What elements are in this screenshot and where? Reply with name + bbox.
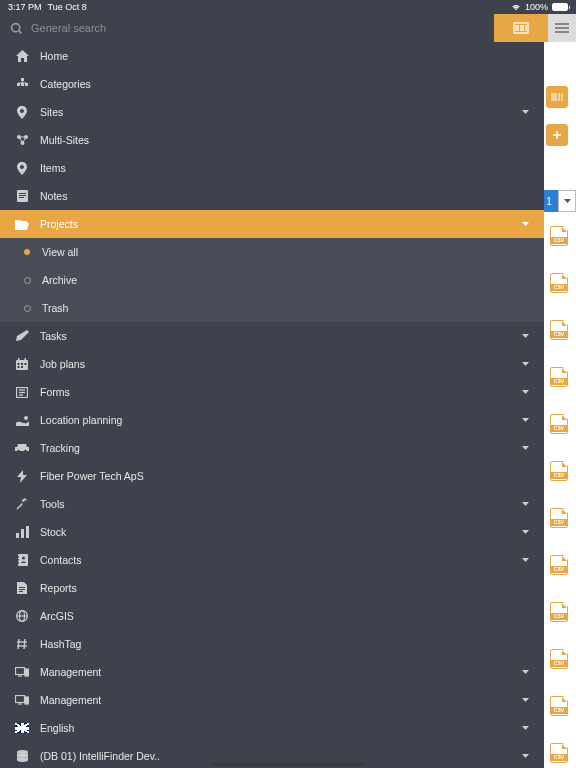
svg-rect-38 — [21, 363, 23, 365]
nav-projects-viewall[interactable]: View all — [0, 238, 544, 266]
expand-icon — [522, 724, 530, 732]
svg-rect-52 — [18, 554, 28, 566]
nav-arcgis[interactable]: ArcGIS — [0, 602, 544, 630]
top-bar — [0, 14, 576, 42]
svg-rect-53 — [17, 556, 19, 558]
nav-sites[interactable]: Sites — [0, 98, 544, 126]
svg-rect-35 — [18, 358, 20, 361]
nav-tools[interactable]: Tools — [0, 490, 544, 518]
nav-stock[interactable]: Stock — [0, 518, 544, 546]
csv-file-icon[interactable]: CSV — [550, 555, 568, 575]
nav-reports[interactable]: Reports — [0, 574, 544, 602]
svg-point-73 — [17, 750, 28, 754]
nav-categories[interactable]: Categories — [0, 70, 544, 98]
csv-file-icon[interactable]: CSV — [550, 320, 568, 340]
nav-projects[interactable]: Projects — [0, 210, 544, 238]
nav-management-2[interactable]: Management — [0, 686, 544, 714]
nav-forms[interactable]: Forms — [0, 378, 544, 406]
svg-rect-39 — [25, 363, 27, 365]
search-icon[interactable] — [10, 22, 23, 35]
svg-line-1 — [19, 30, 21, 32]
expand-icon — [522, 416, 530, 424]
svg-rect-51 — [26, 526, 29, 538]
home-indicator[interactable] — [213, 763, 363, 766]
nav-home[interactable]: Home — [0, 42, 544, 70]
bolt-icon — [14, 469, 30, 483]
csv-file-icon[interactable]: CSV — [550, 649, 568, 669]
svg-point-47 — [17, 450, 20, 453]
expand-icon — [522, 388, 530, 396]
nav-hashtag[interactable]: HashTag — [0, 630, 544, 658]
nav-company[interactable]: Fiber Power Tech ApS — [0, 462, 544, 490]
ios-status-bar: 3:17 PM Tue Oct 8 100% — [0, 0, 576, 14]
svg-rect-31 — [19, 193, 26, 194]
nav-jobplans[interactable]: Job plans — [0, 350, 544, 378]
nav-label: Management — [40, 666, 522, 678]
nav-tracking[interactable]: Tracking — [0, 434, 544, 462]
folder-open-icon — [14, 217, 30, 231]
categories-icon — [14, 77, 30, 91]
page-dropdown[interactable] — [558, 190, 576, 212]
expand-icon — [522, 444, 530, 452]
nav-items[interactable]: Items — [0, 154, 544, 182]
plus-icon — [552, 130, 562, 140]
nav-contacts[interactable]: Contacts — [0, 546, 544, 574]
scan-action-button[interactable] — [546, 86, 568, 108]
add-button[interactable] — [546, 124, 568, 146]
nav-label: Management — [40, 694, 522, 706]
nav-label: Contacts — [40, 554, 522, 566]
nav-label: Stock — [40, 526, 522, 538]
expand-icon — [522, 752, 530, 760]
search-input[interactable] — [31, 22, 484, 34]
expand-icon — [522, 108, 530, 116]
svg-rect-55 — [17, 562, 19, 564]
ring-icon — [22, 275, 32, 285]
svg-point-46 — [24, 416, 28, 420]
svg-rect-49 — [16, 533, 19, 538]
stock-icon — [14, 525, 30, 539]
menu-toggle-button[interactable] — [548, 14, 576, 42]
csv-file-icon[interactable]: CSV — [550, 226, 568, 246]
status-date: Tue Oct 8 — [48, 2, 87, 12]
devices-icon — [14, 665, 30, 679]
csv-file-icon[interactable]: CSV — [550, 414, 568, 434]
nav-tasks[interactable]: Tasks — [0, 322, 544, 350]
nav-language[interactable]: English — [0, 714, 544, 742]
nav-multisites[interactable]: Multi-Sites — [0, 126, 544, 154]
sub-label: Archive — [42, 274, 77, 286]
car-icon — [14, 441, 30, 455]
pagination[interactable]: 1 — [540, 190, 576, 212]
csv-file-icon[interactable]: CSV — [550, 367, 568, 387]
csv-file-icon[interactable]: CSV — [550, 461, 568, 481]
csv-file-icon[interactable]: CSV — [550, 743, 568, 763]
active-dot-icon — [22, 247, 32, 257]
sub-label: Trash — [42, 302, 68, 314]
expand-icon — [522, 500, 530, 508]
csv-file-icon[interactable]: CSV — [550, 508, 568, 528]
nav-management-1[interactable]: Management — [0, 658, 544, 686]
csv-file-icon[interactable]: CSV — [550, 273, 568, 293]
forms-icon — [14, 385, 30, 399]
notes-icon — [14, 189, 30, 203]
nav-projects-trash[interactable]: Trash — [0, 294, 544, 322]
multisites-icon — [14, 133, 30, 147]
scan-button[interactable] — [494, 14, 548, 42]
sub-label: View all — [42, 246, 78, 258]
nav-label: Items — [40, 162, 530, 174]
svg-rect-41 — [21, 366, 23, 368]
svg-rect-70 — [16, 696, 25, 703]
nav-label: (DB 01) IntelliFinder Dev.. — [40, 750, 522, 762]
wifi-icon — [511, 3, 521, 11]
tasks-icon — [14, 329, 30, 343]
svg-line-63 — [18, 639, 19, 649]
nav-projects-archive[interactable]: Archive — [0, 266, 544, 294]
csv-file-icon[interactable]: CSV — [550, 696, 568, 716]
nav-label: Reports — [40, 582, 530, 594]
globe-icon — [14, 609, 30, 623]
nav-notes[interactable]: Notes — [0, 182, 544, 210]
csv-file-icon[interactable]: CSV — [550, 602, 568, 622]
nav-label: English — [40, 722, 522, 734]
report-icon — [14, 581, 30, 595]
barcode-icon — [551, 92, 563, 102]
nav-location-planning[interactable]: Location planning — [0, 406, 544, 434]
